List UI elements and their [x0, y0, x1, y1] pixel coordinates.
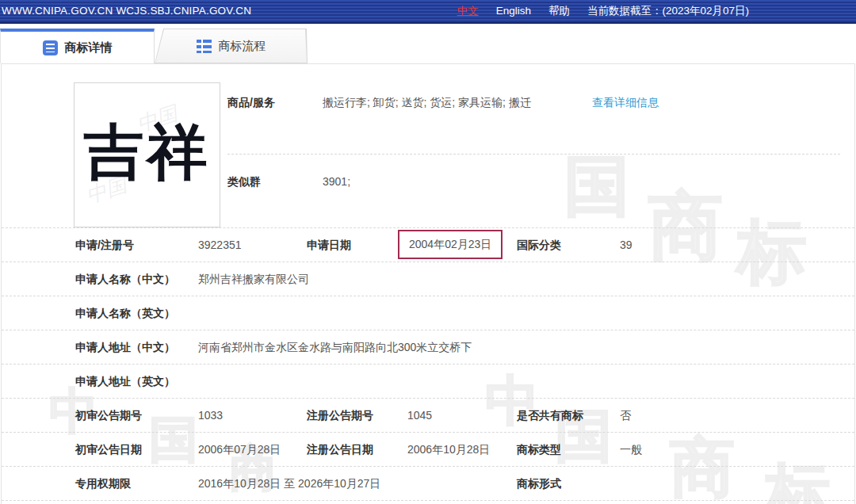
goods-services-value: 搬运行李; 卸货; 送货; 货运; 家具运输; 搬迁: [323, 96, 531, 110]
view-details-link[interactable]: 查看详细信息: [592, 96, 659, 110]
similar-group-label: 类似群: [227, 175, 261, 189]
first-gazette-no-value: 1033: [198, 409, 223, 422]
address-cn-value: 河南省郑州市金水区金水路与南阳路向北300米立交桥下: [198, 341, 472, 355]
top-bar: WWW.CNIPA.GOV.CN WCJS.SBJ.CNIPA.GOV.CN 中…: [0, 0, 856, 24]
gazette-date-row: 初审公告日期 2006年07月28日 注册公告日期 2006年10月28日 商标…: [2, 433, 854, 467]
trademark-detail-panel: 国 商 标 中 国 商 中 国 商 标 中国 中国 吉祥 商品/服务 搬运行李;…: [1, 63, 855, 504]
reg-gazette-date-label: 注册公告日期: [307, 443, 373, 457]
applicant-name-cn-row: 申请人名称（中文） 郑州吉祥搬家有限公司: [2, 262, 854, 296]
document-list-icon: [43, 40, 58, 55]
site-url-text: WWW.CNIPA.GOV.CN WCJS.SBJ.CNIPA.GOV.CN: [2, 0, 251, 22]
goods-services-label: 商品/服务: [227, 96, 275, 110]
term-label: 专用权期限: [75, 477, 131, 491]
applicant-address-en-row: 申请人地址（英文）: [2, 365, 854, 399]
reg-no-label: 申请/注册号: [75, 239, 134, 253]
reg-gazette-no-value: 1045: [407, 409, 432, 422]
top-section: 中国 中国 吉祥 商品/服务 搬运行李; 卸货; 送货; 货运; 家具运输; 搬…: [2, 64, 854, 228]
address-en-label: 申请人地址（英文）: [75, 375, 175, 389]
tab-trademark-process[interactable]: 商标流程: [155, 29, 308, 63]
gazette-number-row: 初审公告期号 1033 注册公告期号 1045 是否共有商标 否: [2, 399, 854, 433]
first-gazette-no-label: 初审公告期号: [75, 409, 142, 423]
reg-gazette-date-value: 2006年10月28日: [407, 443, 490, 457]
shared-mark-value: 否: [620, 409, 631, 423]
applicant-address-cn-row: 申请人地址（中文） 河南省郑州市金水区金水路与南阳路向北300米立交桥下: [2, 330, 854, 365]
lang-chinese-link[interactable]: 中文: [457, 0, 479, 22]
mark-type-label: 商标类型: [517, 443, 561, 457]
term-value: 2016年10月28日 至 2026年10月27日: [198, 477, 380, 491]
process-list-icon: [197, 40, 212, 53]
similar-group-row: 类似群 3901;: [2, 175, 854, 193]
intl-class-value: 39: [620, 239, 632, 251]
data-cutoff-text: 当前数据截至：(2023年02月07日): [587, 0, 749, 22]
tab-trademark-detail[interactable]: 商标详情: [0, 29, 155, 63]
reg-no-value: 3922351: [198, 239, 242, 251]
first-gazette-date-value: 2006年07月28日: [198, 443, 281, 457]
exclusive-term-row: 专用权期限 2016年10月28日 至 2026年10月27日 商标形式: [2, 467, 854, 501]
intl-class-label: 国际分类: [517, 239, 561, 253]
tab-bar: 商标详情 商标流程: [0, 29, 856, 63]
mark-form-label: 商标形式: [517, 477, 561, 491]
applicant-en-label: 申请人名称（英文）: [75, 307, 175, 321]
tab-detail-label: 商标详情: [65, 40, 113, 55]
applicant-cn-label: 申请人名称（中文）: [75, 273, 175, 287]
first-gazette-date-label: 初审公告日期: [75, 443, 142, 457]
similar-group-value: 3901;: [323, 175, 350, 188]
section-divider: [227, 154, 840, 155]
goods-services-row: 商品/服务 搬运行李; 卸货; 送货; 货运; 家具运输; 搬迁 查看详细信息: [2, 96, 854, 113]
reg-gazette-no-label: 注册公告期号: [307, 409, 373, 423]
shared-mark-label: 是否共有商标: [517, 409, 583, 423]
applicant-name-en-row: 申请人名称（英文）: [2, 296, 854, 330]
lang-english-link[interactable]: English: [496, 0, 531, 22]
applicant-cn-value: 郑州吉祥搬家有限公司: [198, 273, 309, 287]
address-cn-label: 申请人地址（中文）: [75, 341, 175, 355]
help-link[interactable]: 帮助: [548, 0, 570, 22]
mark-type-value: 一般: [620, 443, 642, 457]
apply-date-value-highlighted: 2004年02月23日: [398, 230, 503, 259]
apply-date-label: 申请日期: [307, 239, 351, 253]
registration-number-row: 申请/注册号 3922351 申请日期 2004年02月23日 国际分类 39: [2, 228, 854, 262]
tab-process-label: 商标流程: [219, 39, 266, 54]
top-links: 中文 English 帮助 当前数据截至：(2023年02月07日): [457, 0, 749, 22]
